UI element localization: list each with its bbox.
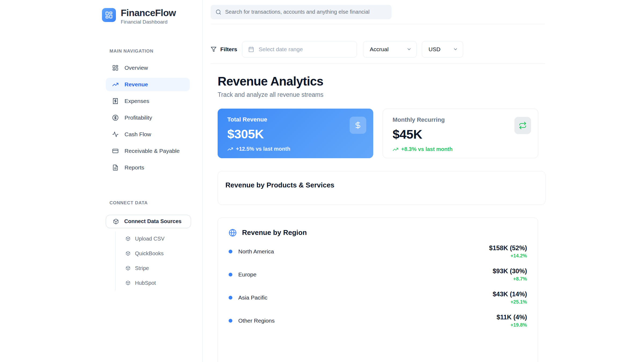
app-subtitle: Financial Dashboard xyxy=(121,19,176,25)
credit-card-icon xyxy=(112,148,119,154)
trending-up-icon xyxy=(112,81,119,88)
region-name: Other Regions xyxy=(238,317,275,324)
region-dot-icon xyxy=(229,296,232,300)
region-row-left: Other Regions xyxy=(229,317,275,324)
trending-up-icon xyxy=(393,146,398,152)
connect-sources-list: Upload CSV QuickBooks Stripe HubSpot xyxy=(115,231,202,290)
sidebar-item-expenses[interactable]: Expenses xyxy=(106,94,190,108)
dashboard-icon xyxy=(112,65,119,71)
region-delta: +8.7% xyxy=(493,276,527,282)
sidebar-item-label: Reports xyxy=(125,164,144,171)
sidebar-item-label: Overview xyxy=(125,65,148,71)
sidebar-item-profitability[interactable]: Profitability xyxy=(106,111,190,124)
source-item-quickbooks[interactable]: QuickBooks xyxy=(126,246,202,261)
region-name: North America xyxy=(238,248,274,255)
date-range-input[interactable]: Select date range xyxy=(242,41,357,58)
region-dot-icon xyxy=(229,273,232,276)
sidebar-item-reports[interactable]: Reports xyxy=(106,161,190,174)
region-row-right: $43K (14%) +25.1% xyxy=(493,290,527,305)
region-dot-icon xyxy=(229,250,232,253)
stat-label: Monthly Recurring xyxy=(393,116,531,123)
region-card-title: Revenue by Region xyxy=(242,228,307,237)
search-box xyxy=(211,5,391,19)
search-input[interactable] xyxy=(225,9,387,15)
products-card-title: Revenue by Products & Services xyxy=(225,181,538,189)
stat-value: $45K xyxy=(393,127,531,142)
source-item-hubspot[interactable]: HubSpot xyxy=(126,276,202,290)
region-delta: +19.8% xyxy=(497,322,527,328)
total-revenue-card: Total Revenue $305K +12.5% vs last month xyxy=(218,109,373,158)
page-content: Revenue Analytics Track and analyze all … xyxy=(211,64,545,362)
sidebar-item-cash-flow[interactable]: Cash Flow xyxy=(106,128,190,141)
sidebar-item-receivable-payable[interactable]: Receivable & Payable xyxy=(106,144,190,158)
region-row-left: Europe xyxy=(229,271,257,278)
source-item-label: QuickBooks xyxy=(135,250,164,257)
chevron-down-icon xyxy=(407,47,412,52)
sidebar-item-label: Expenses xyxy=(125,98,149,104)
dollar-icon xyxy=(350,117,366,134)
source-item-label: HubSpot xyxy=(135,280,156,286)
region-row-right: $93K (30%) +8.7% xyxy=(493,267,527,282)
accounting-basis-value: Accrual xyxy=(370,46,389,53)
region-dot-icon xyxy=(229,319,232,323)
currency-select[interactable]: USD xyxy=(422,41,463,58)
trending-up-icon xyxy=(227,146,233,152)
region-row-europe: Europe $93K (30%) +8.7% xyxy=(229,267,527,282)
stat-value: $305K xyxy=(227,127,366,141)
sidebar-item-label: Profitability xyxy=(125,114,152,121)
stat-delta: +8.3% vs last month xyxy=(393,146,531,152)
source-item-label: Stripe xyxy=(135,265,149,271)
date-range-placeholder: Select date range xyxy=(259,46,303,53)
search-icon xyxy=(215,9,221,15)
revenue-by-region-card: Revenue by Region North America $158K (5… xyxy=(218,217,538,362)
app-root: FinanceFlow Financial Dashboard MAIN NAV… xyxy=(0,0,644,362)
region-name: Asia Pacific xyxy=(238,294,268,301)
brand-text: FinanceFlow Financial Dashboard xyxy=(121,8,176,25)
main-content: Filters Select date range Accrual USD Re… xyxy=(211,0,545,362)
stat-cards: Total Revenue $305K +12.5% vs last month… xyxy=(218,109,545,158)
region-row-right: $158K (52%) +14.2% xyxy=(489,244,527,259)
filters-label: Filters xyxy=(220,46,237,53)
region-delta: +25.1% xyxy=(493,299,527,305)
region-row-left: North America xyxy=(229,248,274,255)
stat-delta-text: +8.3% vs last month xyxy=(401,146,453,152)
nav-section-label: MAIN NAVIGATION xyxy=(102,49,202,54)
receipt-icon xyxy=(112,98,119,104)
box-icon xyxy=(126,266,130,271)
region-value: $11K (4%) xyxy=(497,313,527,321)
sidebar-item-overview[interactable]: Overview xyxy=(106,61,190,75)
topbar xyxy=(211,0,545,24)
connect-section-label: CONNECT DATA xyxy=(102,200,202,206)
sidebar-item-label: Revenue xyxy=(125,81,148,88)
brand: FinanceFlow Financial Dashboard xyxy=(102,8,202,25)
repeat-icon xyxy=(514,117,531,134)
region-delta: +14.2% xyxy=(489,253,527,259)
connect-button-label: Connect Data Sources xyxy=(124,218,181,224)
calendar-icon xyxy=(248,46,254,52)
source-item-stripe[interactable]: Stripe xyxy=(126,261,202,276)
app-title: FinanceFlow xyxy=(121,8,176,18)
region-row-north-america: North America $158K (52%) +14.2% xyxy=(229,244,527,259)
region-row-asia-pacific: Asia Pacific $43K (14%) +25.1% xyxy=(229,290,527,305)
filter-icon xyxy=(211,46,217,52)
box-icon xyxy=(126,280,130,285)
stat-delta: +12.5% vs last month xyxy=(227,146,366,152)
page-title: Revenue Analytics xyxy=(218,74,545,88)
accounting-basis-select[interactable]: Accrual xyxy=(363,41,417,58)
region-row-other-regions: Other Regions $11K (4%) +19.8% xyxy=(229,313,527,328)
stat-label: Total Revenue xyxy=(227,116,366,123)
filters-button[interactable]: Filters xyxy=(211,46,237,53)
app-logo-icon xyxy=(102,8,116,22)
box-icon xyxy=(126,251,130,256)
chevron-down-icon xyxy=(453,47,458,52)
region-row-left: Asia Pacific xyxy=(229,294,268,301)
sidebar-item-revenue[interactable]: Revenue xyxy=(106,78,190,91)
monthly-recurring-card: Monthly Recurring $45K +8.3% vs last mon… xyxy=(383,109,538,158)
connect-data-sources-button[interactable]: Connect Data Sources xyxy=(106,215,191,228)
region-card-header: Revenue by Region xyxy=(229,228,527,237)
circle-dollar-icon xyxy=(112,114,119,121)
sidebar: FinanceFlow Financial Dashboard MAIN NAV… xyxy=(102,0,203,362)
region-value: $43K (14%) xyxy=(493,290,527,298)
region-value: $93K (30%) xyxy=(493,267,527,275)
source-item-upload-csv[interactable]: Upload CSV xyxy=(126,231,202,246)
